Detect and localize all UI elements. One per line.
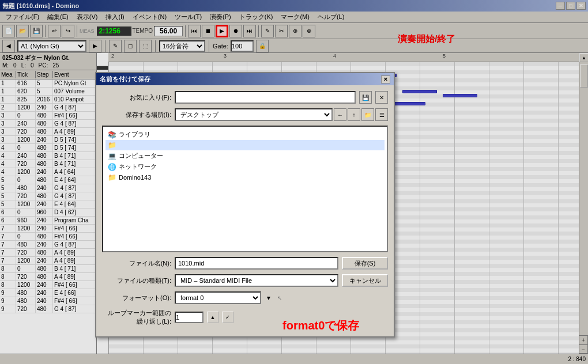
- filename-label: ファイル名(N):: [102, 259, 171, 268]
- folder-network[interactable]: 🌐 ネットワーク: [105, 161, 385, 172]
- dialog-close-button[interactable]: ✕: [381, 75, 390, 84]
- folder-library-name: ライブラリ: [119, 130, 150, 139]
- folder-user[interactable]: 📁: [105, 140, 385, 150]
- up-button[interactable]: ↑: [348, 108, 360, 121]
- back-button[interactable]: ←: [334, 108, 346, 121]
- save-dialog: 名前を付けて保存 ✕ お気に入り(F): 💾 ✕ 保存する場所(I): デスクト…: [95, 72, 395, 338]
- library-icon: 📚: [108, 131, 116, 139]
- domino-icon: 📁: [108, 173, 116, 181]
- dropdown-arrow-icon: ▼: [266, 295, 272, 301]
- favorites-row: お気に入り(F): 💾 ✕: [102, 91, 388, 104]
- dialog-body: お気に入り(F): 💾 ✕ 保存する場所(I): デスクトップ ← ↑ 📁 ☰: [96, 85, 394, 336]
- folder-network-name: ネットワーク: [119, 162, 157, 171]
- filename-input[interactable]: [175, 257, 338, 270]
- loop-up[interactable]: ▲: [207, 312, 218, 323]
- folder-browser[interactable]: 📚 ライブラリ 📁 💻 コンピューター 🌐 ネットワーク 📁 D: [102, 126, 388, 252]
- filename-row: ファイル名(N): 保存(S): [102, 257, 388, 270]
- cancel-btn[interactable]: キャンセル: [342, 274, 388, 287]
- favorites-del[interactable]: ✕: [375, 91, 388, 104]
- computer-icon: 💻: [108, 152, 116, 160]
- filetype-label: ファイルの種類(T):: [102, 276, 171, 285]
- format-select[interactable]: format 0: [175, 291, 261, 304]
- folder-computer[interactable]: 💻 コンピューター: [105, 150, 385, 161]
- loop-input[interactable]: [175, 312, 203, 323]
- loop-check[interactable]: ✓: [222, 312, 233, 323]
- cursor-hint: ↖: [277, 295, 282, 301]
- dialog-title-text: 名前を付けて保存: [100, 75, 150, 84]
- folder-domino-name: Domino143: [119, 174, 151, 181]
- favorites-label: お気に入り(F):: [102, 93, 171, 102]
- view-button[interactable]: ☰: [375, 108, 388, 121]
- filetype-select[interactable]: MID – Standard MIDI File: [175, 274, 338, 287]
- loop-label: ループマーカー範囲の繰り返し(L):: [102, 309, 171, 326]
- folder-domino[interactable]: 📁 Domino143: [105, 172, 385, 183]
- dialog-title-bar: 名前を付けて保存 ✕: [96, 73, 394, 85]
- folder-computer-name: コンピューター: [119, 151, 163, 160]
- format-row: フォーマット(O): format 0 ▼ ↖: [102, 291, 388, 304]
- new-folder-button[interactable]: 📁: [361, 108, 374, 121]
- format-label: フォーマット(O):: [102, 294, 171, 302]
- save-location-row: 保存する場所(I): デスクトップ ← ↑ 📁 ☰: [102, 108, 388, 121]
- filetype-row: ファイルの種類(T): MID – Standard MIDI File キャン…: [102, 274, 388, 287]
- user-folder-icon: 📁: [108, 141, 116, 149]
- save-btn[interactable]: 保存(S): [342, 257, 388, 270]
- network-icon: 🌐: [108, 163, 116, 171]
- favorites-add[interactable]: 💾: [359, 91, 372, 104]
- annotation-format: format0で保存: [282, 318, 359, 333]
- save-location-select[interactable]: デスクトップ: [175, 108, 333, 121]
- save-location-label: 保存する場所(I):: [102, 111, 171, 119]
- dialog-overlay: 名前を付けて保存 ✕ お気に入り(F): 💾 ✕ 保存する場所(I): デスクト…: [0, 0, 588, 364]
- folder-library[interactable]: 📚 ライブラリ: [105, 129, 385, 140]
- folder-user-name: [119, 145, 137, 146]
- favorites-input[interactable]: [175, 91, 356, 104]
